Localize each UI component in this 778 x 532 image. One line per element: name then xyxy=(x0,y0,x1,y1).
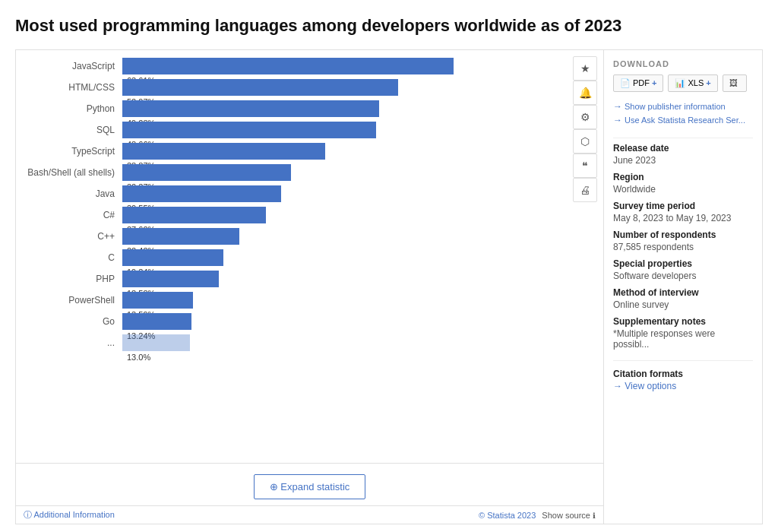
bar-label: PowerShell xyxy=(16,295,122,306)
meta-block: Supplementary notes*Multiple responses w… xyxy=(613,316,753,350)
bar-value-label: 13.0% xyxy=(127,353,150,362)
bar-label: C xyxy=(16,252,122,263)
meta-value: May 8, 2023 to May 19, 2023 xyxy=(613,213,753,223)
bar-fill xyxy=(122,164,291,181)
statista-copyright: © Statista 2023 xyxy=(479,511,536,520)
download-buttons: 📄 PDF + 📊 XLS + 🖼 xyxy=(613,74,753,92)
show-publisher-link[interactable]: → Show publisher information xyxy=(613,101,753,112)
page-title: Most used programming languages among de… xyxy=(15,15,763,37)
bar-row: SQL48.66% xyxy=(16,122,596,138)
meta-value: 87,585 respondents xyxy=(613,242,753,252)
bar-fill xyxy=(122,292,193,309)
show-source-link[interactable]: Show source ℹ xyxy=(542,511,596,520)
bar-row: JavaScript63.61% xyxy=(16,58,596,74)
bar-fill xyxy=(122,79,398,96)
meta-label: Special properties xyxy=(613,258,753,269)
bar-fill xyxy=(122,100,379,117)
bar-fill xyxy=(122,271,219,287)
bar-row: Python49.28% xyxy=(16,100,596,117)
chart-toolbar: ★🔔⚙⬡❝🖨 xyxy=(573,56,597,202)
bar-fill xyxy=(122,207,266,223)
bar-fill xyxy=(122,249,223,266)
bar-label: Python xyxy=(16,103,122,114)
ask-statista-link[interactable]: → Use Ask Statista Research Ser... xyxy=(613,115,753,125)
quote-icon[interactable]: ❝ xyxy=(573,154,597,178)
settings-icon[interactable]: ⚙ xyxy=(573,105,597,129)
bar-row: ...13.0% xyxy=(16,334,596,351)
meta-value: June 2023 xyxy=(613,155,753,166)
share-icon[interactable]: ⬡ xyxy=(573,129,597,154)
bar-label: Java xyxy=(16,188,122,199)
bar-label: HTML/CSS xyxy=(16,82,122,93)
notification-icon[interactable]: 🔔 xyxy=(573,81,597,105)
bar-label: SQL xyxy=(16,125,122,135)
citation-formats-label: Citation formats xyxy=(613,369,753,379)
download-xls-button[interactable]: 📊 XLS + xyxy=(668,74,717,92)
citation-section: Citation formats → View options xyxy=(613,369,753,391)
meta-block: RegionWorldwide xyxy=(613,172,753,195)
meta-block: Release dateJune 2023 xyxy=(613,143,753,166)
meta-value: Software developers xyxy=(613,271,753,281)
meta-block: Number of respondents87,585 respondents xyxy=(613,230,753,252)
meta-label: Region xyxy=(613,172,753,182)
meta-label: Supplementary notes xyxy=(613,316,753,327)
meta-label: Release date xyxy=(613,143,753,154)
meta-label: Number of respondents xyxy=(613,230,753,240)
meta-block: Special propertiesSoftware developers xyxy=(613,258,753,281)
sidebar: DOWNLOAD 📄 PDF + 📊 XLS + 🖼 → Show xyxy=(603,49,763,524)
bar-row: Go13.24% xyxy=(16,313,596,330)
bar-row: PowerShell13.59% xyxy=(16,292,596,309)
bar-fill xyxy=(122,58,454,74)
bar-fill xyxy=(122,228,239,245)
bar-row: PHP18.58% xyxy=(16,271,596,287)
bar-fill xyxy=(122,122,376,138)
download-label: DOWNLOAD xyxy=(613,59,753,68)
bar-row: Java30.55% xyxy=(16,185,596,202)
bar-row: C#27.62% xyxy=(16,207,596,223)
bookmark-icon[interactable]: ★ xyxy=(573,56,597,81)
meta-label: Survey time period xyxy=(613,201,753,211)
bar-fill xyxy=(122,185,281,202)
bar-row: C19.34% xyxy=(16,249,596,266)
additional-info-link[interactable]: ⓘ Additional Information xyxy=(24,509,115,521)
bar-fill xyxy=(122,334,190,351)
publisher-links: → Show publisher information → Use Ask S… xyxy=(613,101,753,125)
bar-label: C# xyxy=(16,210,122,220)
bar-label: Go xyxy=(16,316,122,327)
meta-block: Survey time periodMay 8, 2023 to May 19,… xyxy=(613,201,753,223)
bar-label: TypeScript xyxy=(16,146,122,157)
bar-row: TypeScript38.87% xyxy=(16,143,596,160)
bar-row: C++22.42% xyxy=(16,228,596,245)
print-icon[interactable]: 🖨 xyxy=(573,178,597,202)
chart-area: JavaScript63.61%HTML/CSS52.97%Python49.2… xyxy=(16,50,603,453)
bar-row: Bash/Shell (all shells)32.37% xyxy=(16,164,596,181)
meta-value: Online survey xyxy=(613,299,753,310)
meta-value: *Multiple responses were possibl... xyxy=(613,328,753,350)
meta-value: Worldwide xyxy=(613,184,753,195)
meta-block: Method of interviewOnline survey xyxy=(613,287,753,310)
bar-fill xyxy=(122,313,191,330)
bar-label: C++ xyxy=(16,231,122,242)
bar-label: ... xyxy=(16,337,122,348)
meta-label: Method of interview xyxy=(613,287,753,298)
bar-label: JavaScript xyxy=(16,61,122,71)
expand-statistic-button[interactable]: ⊕ Expand statistic xyxy=(254,474,366,499)
bar-label: PHP xyxy=(16,274,122,284)
bar-label: Bash/Shell (all shells) xyxy=(16,167,122,178)
bar-row: HTML/CSS52.97% xyxy=(16,79,596,96)
download-img-button[interactable]: 🖼 xyxy=(723,74,747,92)
view-options-link[interactable]: → View options xyxy=(613,381,753,391)
download-pdf-button[interactable]: 📄 PDF + xyxy=(613,74,663,92)
bar-fill xyxy=(122,143,325,160)
